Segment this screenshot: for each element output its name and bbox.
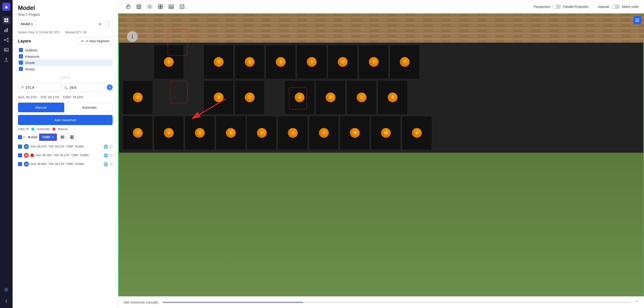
- segment-row-25: ✓ 25 ASA: 95.78% TOF: 83.17% TSRF: 79.66…: [17, 151, 114, 160]
- angle-row: ↗ ◺ ?: [17, 81, 114, 94]
- seg24-badge: 24: [24, 162, 29, 167]
- grid-view-button[interactable]: [68, 133, 76, 141]
- units-toggle[interactable]: [611, 4, 620, 9]
- project-name: Test 2 Project: [18, 13, 112, 17]
- svg-rect-6: [6, 29, 6, 32]
- viewshed-icon[interactable]: [145, 2, 154, 11]
- segment-row-26: ✓ 26 ASA: 95.57% TOF: 83.17% TSRF: 79.48…: [17, 142, 114, 151]
- seg24-checkbox[interactable]: ✓: [18, 162, 22, 166]
- pencil-icon: ✏: [81, 39, 84, 43]
- tilt-input: ◺: [62, 83, 105, 92]
- seg24-globe-icon[interactable]: 🌐: [104, 162, 108, 166]
- seg24-roof-icon[interactable]: ⬡: [110, 162, 112, 166]
- asa-metric: ASA: 95.37%: [18, 95, 37, 99]
- nav-model[interactable]: [2, 16, 10, 24]
- collapse-checkbox[interactable]: ✓: [18, 135, 22, 139]
- save-icon[interactable]: [134, 2, 143, 11]
- layer-keepouts-label: Keepouts: [25, 54, 39, 58]
- svg-rect-17: [62, 136, 64, 137]
- manual-mode-button[interactable]: Manual: [18, 103, 64, 112]
- layer-keepouts-checkbox[interactable]: ✓: [19, 54, 23, 58]
- seg25-color: [30, 154, 34, 157]
- svg-rect-30: [158, 7, 160, 9]
- seg26-tof: TOF: 83.17%: [48, 145, 64, 148]
- help-button[interactable]: ?: [107, 84, 112, 90]
- mode-buttons: Manual Automatic: [17, 101, 114, 114]
- list-view-button[interactable]: [59, 133, 66, 141]
- tof-metric: TOF: 83.17%: [40, 95, 59, 99]
- seg26-checkbox[interactable]: ✓: [18, 145, 22, 149]
- seg25-roof-icon[interactable]: ⬡: [110, 153, 112, 158]
- svg-rect-20: [70, 136, 72, 137]
- perspective-toggle[interactable]: [552, 4, 561, 9]
- perspective-label: Perspective: [534, 5, 550, 8]
- svg-marker-43: [132, 34, 133, 36]
- new-segment-button[interactable]: ✏ ✏ New Segment: [78, 37, 112, 45]
- layer-shade: ✓ Shade: [18, 59, 112, 66]
- collapse-row: ✓ ▾: [18, 135, 25, 139]
- seg24-asa: ASA: 96.06%: [30, 163, 46, 166]
- svg-rect-23: [72, 137, 74, 139]
- toolbar-divider: [593, 3, 593, 10]
- nav-image[interactable]: [2, 46, 10, 54]
- model-more-button[interactable]: ⋮: [106, 20, 112, 28]
- segment-row-24: ✓ 24 ASA: 96.06% TOF: 83.17% TSRF: 79.89…: [17, 160, 114, 169]
- svg-rect-26: [138, 7, 140, 8]
- manual-legend-label: Manual: [58, 127, 68, 131]
- seg26-roof-icon[interactable]: ⬡: [110, 145, 112, 149]
- svg-point-10: [8, 41, 8, 42]
- azimuth-field[interactable]: [26, 85, 39, 89]
- seg26-globe-icon[interactable]: 🌐: [104, 145, 108, 149]
- seg25-globe-icon[interactable]: 🌐: [104, 153, 108, 158]
- automatic-legend-dot: [32, 128, 34, 130]
- svg-point-27: [148, 5, 151, 8]
- grid-icon[interactable]: [156, 2, 165, 11]
- seg25-tof: TOF: 83.17%: [53, 154, 69, 157]
- svg-rect-19: [62, 137, 64, 138]
- tilt-field[interactable]: [70, 85, 83, 89]
- seg25-checkbox[interactable]: ✓: [18, 153, 22, 157]
- hand-tool-icon[interactable]: [124, 2, 132, 11]
- layer-shade-checkbox[interactable]: ✓: [19, 61, 23, 65]
- cart-icon[interactable]: [178, 2, 186, 11]
- automatic-legend-label: Automatic: [37, 127, 50, 131]
- svg-rect-42: [118, 13, 644, 43]
- viewport[interactable]: 1 7 0 3 5 9 1: [118, 13, 644, 308]
- layer-outlines-label: Outlines: [25, 48, 38, 52]
- nav-settings[interactable]: [2, 286, 10, 294]
- svg-rect-13: [4, 48, 8, 51]
- seg25-asa: ASA: 95.78%: [36, 154, 52, 157]
- nav-upload[interactable]: [2, 56, 10, 64]
- nav-share[interactable]: [2, 36, 10, 44]
- tsrf-badge[interactable]: TSRF: [39, 134, 57, 141]
- tsrf-dot: [52, 136, 54, 138]
- imperial-label: Imperial: [598, 5, 609, 8]
- app-logo[interactable]: [2, 3, 10, 11]
- layer-arrays-checkbox[interactable]: ✓: [19, 67, 23, 71]
- svg-rect-29: [161, 5, 162, 6]
- svg-rect-25: [138, 5, 140, 6]
- nav-back[interactable]: [2, 297, 10, 305]
- automatic-mode-button[interactable]: Automatic: [66, 103, 113, 112]
- svg-point-8: [8, 38, 8, 39]
- layer-outlines-checkbox[interactable]: ✓: [19, 48, 23, 52]
- nav-chart[interactable]: [2, 26, 10, 34]
- svg-rect-22: [70, 137, 72, 139]
- viewport-menu-button[interactable]: [633, 16, 641, 24]
- tsrf-metric: TSRF: 79.32%: [62, 95, 83, 99]
- layers-header: Layers ✏ ✏ New Segment: [18, 37, 112, 45]
- system-size: System Size: 8.710 kW DC STC: [18, 30, 60, 34]
- table-icon[interactable]: [167, 2, 176, 11]
- add-viewshed-button[interactable]: Add Viewshed: [18, 115, 112, 125]
- chimney-2: [170, 81, 188, 103]
- sidebar: Model Test 2 Project Model 1 ▾ ⋮ System …: [12, 0, 118, 308]
- module-qty: Module QTY: 26: [65, 30, 86, 34]
- chevron-down-icon[interactable]: ▾: [23, 136, 25, 139]
- units-legend-row: Units: ft² Automatic Manual: [17, 126, 114, 132]
- expand-icon[interactable]: ⌃: [635, 300, 638, 305]
- azimuth-icon: ↗: [20, 85, 24, 90]
- svg-rect-5: [4, 30, 5, 32]
- azimuth-input: ↗: [18, 83, 61, 92]
- divider-handle[interactable]: ⠿ ⠿ ⠿: [17, 75, 114, 81]
- model-select[interactable]: Model 1: [18, 20, 36, 28]
